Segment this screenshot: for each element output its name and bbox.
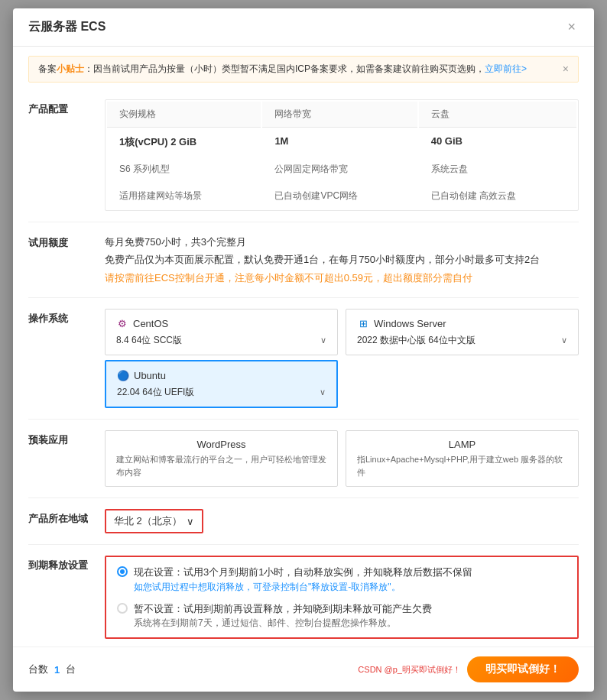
footer-left: 台数 1 台 — [28, 663, 76, 676]
lamp-title: LAMP — [357, 439, 567, 450]
region-label: 产品所在地域 — [28, 509, 89, 526]
windows-dropdown-arrow[interactable]: ∨ — [561, 335, 567, 345]
product-config-content: 实例规格 网络带宽 云盘 1核(vCPU) 2 GiB 1M 40 GiB S6… — [105, 99, 579, 211]
os-ubuntu-version: 22.04 64位 UEFI版 — [117, 386, 194, 399]
divider — [28, 497, 579, 498]
col-header-spec: 实例规格 — [107, 102, 261, 128]
region-content: 华北 2（北京） ∨ — [105, 509, 579, 533]
expiry-option1-sub: 如您试用过程中想取消释放，可登录控制台"释放设置-取消释放"。 — [134, 580, 472, 594]
os-card-ubuntu[interactable]: 🔵 Ubuntu 22.04 64位 UEFI版 ∨ — [105, 360, 338, 408]
modal-footer: 台数 1 台 CSDN @p_明买即试倒好！ 明买即试倒好！ — [13, 647, 594, 692]
wordpress-title: WordPress — [116, 439, 326, 450]
spec-sub2: 适用搭建网站等场景 — [107, 183, 261, 209]
os-windows-name: Windows Server — [374, 318, 446, 329]
modal-container: 云服务器 ECS × 备案小贴士：因当前试用产品为按量（小时）类型暂不满足国内I… — [13, 8, 594, 692]
expiry-box: 现在设置：试用3个月到期前1小时，自动释放实例，并知晓释放后数据不保留 如您试用… — [105, 556, 579, 639]
lamp-desc: 指Linux+Apache+Mysql+PHP,用于建立web 服务器的软件 — [357, 453, 567, 478]
disk-sub: 系统云盘 — [419, 157, 576, 182]
region-select[interactable]: 华北 2（北京） ∨ — [105, 509, 203, 533]
config-table: 实例规格 网络带宽 云盘 1核(vCPU) 2 GiB 1M 40 GiB S6… — [105, 99, 579, 211]
modal-title: 云服务器 ECS — [28, 19, 105, 35]
region-arrow-icon: ∨ — [187, 516, 194, 527]
watermark-text: CSDN @p_明买即试倒好！ — [358, 664, 461, 676]
ubuntu-dropdown-arrow[interactable]: ∨ — [320, 387, 326, 397]
os-row-2: 🔵 Ubuntu 22.04 64位 UEFI版 ∨ — [105, 360, 579, 408]
divider — [28, 222, 579, 222]
os-centos-version: 8.4 64位 SCC版 — [116, 334, 182, 347]
ubuntu-icon: 🔵 — [117, 369, 129, 381]
expiry-option1-main: 现在设置：试用3个月到期前1小时，自动释放实例，并知晓释放后数据不保留 — [134, 565, 472, 580]
region-value: 华北 2（北京） — [114, 514, 182, 528]
os-centos-version-row: 8.4 64位 SCC版 ∨ — [116, 334, 326, 347]
centos-dropdown-arrow[interactable]: ∨ — [320, 335, 326, 345]
preinstall-section: 预装应用 WordPress 建立网站和博客最流行的平台之一，用户可轻松地管理发… — [13, 423, 594, 494]
disk-value: 40 GiB — [419, 129, 576, 155]
count-value: 1 — [54, 664, 60, 676]
os-ubuntu-version-row: 22.04 64位 UEFI版 ∨ — [117, 386, 326, 399]
col-header-disk: 云盘 — [419, 102, 576, 128]
table-row: 适用搭建网站等场景 已自动创建VPC网络 已自动创建 高效云盘 — [107, 183, 576, 209]
spec-value: 1核(vCPU) 2 GiB — [107, 129, 261, 155]
os-centos-name: CentOS — [133, 318, 168, 329]
bandwidth-sub: 公网固定网络带宽 — [262, 157, 417, 182]
expiry-option2-text: 暂不设置：试用到期前再设置释放，并知晓到期未释放可能产生欠费 系统将在到期前7天… — [134, 601, 432, 630]
os-section: 操作系统 ⚙ CentOS 8.4 64位 SCC版 ∨ — [13, 301, 594, 416]
windows-icon: ⊞ — [357, 317, 369, 329]
os-row-1: ⚙ CentOS 8.4 64位 SCC版 ∨ ⊞ Windows Server — [105, 309, 579, 355]
os-windows-header: ⊞ Windows Server — [357, 317, 567, 329]
os-ubuntu-header: 🔵 Ubuntu — [117, 369, 326, 381]
app-card-lamp[interactable]: LAMP 指Linux+Apache+Mysql+PHP,用于建立web 服务器… — [346, 430, 579, 487]
os-centos-header: ⚙ CentOS — [116, 317, 326, 329]
disk-sub2: 已自动创建 高效云盘 — [419, 183, 576, 209]
os-grid: ⚙ CentOS 8.4 64位 SCC版 ∨ ⊞ Windows Server — [105, 309, 579, 408]
expiry-label: 到期释放设置 — [28, 556, 89, 572]
os-label: 操作系统 — [28, 309, 89, 326]
quota-line3[interactable]: 请按需前往ECS控制台开通，注意每小时金额不可超出0.59元，超出额度部分需自付 — [105, 269, 579, 287]
os-windows-version-row: 2022 数据中心版 64位中文版 ∨ — [357, 334, 567, 347]
notice-link[interactable]: 立即前往> — [485, 63, 527, 74]
divider — [28, 297, 579, 298]
quota-line2: 免费产品仅为本页面展示配置，默认免费开通1台，在每月750小时额度内，部分小时最… — [105, 251, 579, 268]
trial-quota-content: 每月免费750小时，共3个完整月 免费产品仅为本页面展示配置，默认免费开通1台，… — [105, 233, 579, 287]
os-card-windows[interactable]: ⊞ Windows Server 2022 数据中心版 64位中文版 ∨ — [346, 309, 579, 355]
os-card-centos[interactable]: ⚙ CentOS 8.4 64位 SCC版 ∨ — [105, 309, 338, 355]
col-header-bandwidth: 网络带宽 — [262, 102, 417, 128]
count-unit: 台 — [66, 663, 76, 676]
expiry-option2: 暂不设置：试用到期前再设置释放，并知晓到期未释放可能产生欠费 系统将在到期前7天… — [117, 601, 566, 630]
notice-text-body: ：因当前试用产品为按量（小时）类型暂不满足国内ICP备案要求，如需备案建议前往购… — [84, 63, 485, 74]
expiry-section: 到期释放设置 现在设置：试用3个月到期前1小时，自动释放实例，并知晓释放后数据不… — [13, 548, 594, 647]
radio-option1-dot[interactable] — [117, 566, 128, 577]
product-config-section: 产品配置 实例规格 网络带宽 云盘 1核(vCPU) 2 GiB 1M 40 G… — [13, 92, 594, 219]
centos-icon: ⚙ — [116, 317, 128, 329]
bandwidth-value: 1M — [262, 129, 417, 155]
radio-option2-dot[interactable] — [117, 603, 128, 614]
notice-text: 备案小贴士：因当前试用产品为按量（小时）类型暂不满足国内ICP备案要求，如需备案… — [38, 63, 527, 76]
os-content: ⚙ CentOS 8.4 64位 SCC版 ∨ ⊞ Windows Server — [105, 309, 579, 408]
os-ubuntu-name: Ubuntu — [134, 370, 166, 381]
trial-quota-label: 试用额度 — [28, 233, 89, 250]
app-card-wordpress[interactable]: WordPress 建立网站和博客最流行的平台之一，用户可轻松地管理发布内容 — [105, 430, 338, 487]
wordpress-desc: 建立网站和博客最流行的平台之一，用户可轻松地管理发布内容 — [116, 453, 326, 478]
spec-sub: S6 系列机型 — [107, 157, 261, 182]
notice-tip-label: 小贴士 — [57, 63, 84, 74]
notice-close-btn[interactable]: × — [563, 63, 569, 75]
os-windows-version: 2022 数据中心版 64位中文版 — [357, 334, 476, 347]
expiry-option2-main: 暂不设置：试用到期前再设置释放，并知晓到期未释放可能产生欠费 — [134, 601, 432, 617]
divider — [28, 544, 579, 545]
bandwidth-sub2: 已自动创建VPC网络 — [262, 183, 417, 209]
table-row: 1核(vCPU) 2 GiB 1M 40 GiB — [107, 129, 576, 155]
region-section: 产品所在地域 华北 2（北京） ∨ — [13, 501, 594, 541]
preinstall-label: 预装应用 — [28, 430, 89, 447]
modal-header: 云服务器 ECS × — [13, 8, 594, 47]
close-button[interactable]: × — [564, 19, 579, 35]
quota-line1: 每月免费750小时，共3个完整月 — [105, 233, 579, 251]
app-grid: WordPress 建立网站和博客最流行的平台之一，用户可轻松地管理发布内容 L… — [105, 430, 579, 487]
table-row: S6 系列机型 公网固定网络带宽 系统云盘 — [107, 157, 576, 182]
count-label: 台数 — [28, 663, 48, 676]
expiry-option1: 现在设置：试用3个月到期前1小时，自动释放实例，并知晓释放后数据不保留 如您试用… — [117, 565, 566, 594]
trial-quota-section: 试用额度 每月免费750小时，共3个完整月 免费产品仅为本页面展示配置，默认免费… — [13, 225, 594, 294]
footer-right: CSDN @p_明买即试倒好！ 明买即试倒好！ — [358, 656, 579, 682]
expiry-option2-sub: 系统将在到期前7天，通过短信、邮件、控制台提醒您操作释放。 — [134, 616, 432, 630]
product-config-label: 产品配置 — [28, 99, 89, 116]
confirm-button[interactable]: 明买即试倒好！ — [467, 656, 579, 682]
